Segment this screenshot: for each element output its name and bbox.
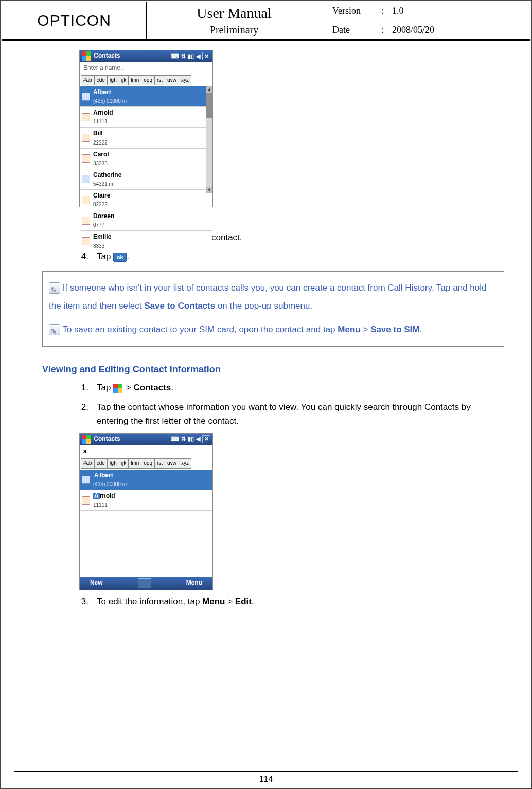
contact-name: Arnold bbox=[93, 109, 113, 116]
version-label: Version bbox=[332, 6, 374, 16]
page: OPTICON User Manual Preliminary Version … bbox=[0, 0, 532, 789]
contact-row[interactable]: Albert(425) 00000 m bbox=[80, 470, 212, 490]
date-value: 2008/05/20 bbox=[392, 25, 434, 35]
contact-name: Emilie bbox=[93, 233, 111, 240]
scroll-down-icon[interactable]: ▼ bbox=[206, 187, 212, 193]
keyboard-button-icon[interactable] bbox=[138, 578, 151, 588]
alpha-tab[interactable]: fgh bbox=[107, 458, 119, 469]
contact-row[interactable]: Emilie3333 bbox=[80, 231, 212, 252]
scrollbar[interactable]: ▲ ▼ bbox=[206, 86, 212, 193]
alpha-tab[interactable]: rst bbox=[154, 458, 165, 469]
version-value: 1.0 bbox=[392, 6, 404, 16]
contact-number: 22222 bbox=[93, 139, 108, 147]
sim-contact-icon bbox=[82, 196, 90, 204]
page-number: 114 bbox=[2, 775, 530, 784]
alpha-tab[interactable]: xyz bbox=[179, 458, 191, 469]
scroll-up-icon[interactable]: ▲ bbox=[206, 86, 212, 93]
search-input[interactable]: a bbox=[81, 446, 211, 457]
search-input[interactable]: Enter a name... bbox=[81, 63, 211, 74]
contact-number: 11111 bbox=[93, 118, 113, 126]
start-icon[interactable] bbox=[82, 51, 92, 61]
alpha-tab[interactable]: opq bbox=[141, 458, 154, 469]
alpha-tab[interactable]: fgh bbox=[107, 75, 119, 85]
alpha-tabs[interactable]: #abcdefghijklmnopqrstuvwxyz bbox=[81, 75, 211, 85]
phone-title: Contacts bbox=[94, 52, 120, 59]
sim-contact-icon bbox=[82, 496, 90, 505]
alpha-tab[interactable]: cde bbox=[94, 75, 107, 85]
alpha-tab[interactable]: lmn bbox=[128, 75, 141, 85]
contact-number: 3333 bbox=[93, 242, 111, 250]
new-button[interactable]: New bbox=[90, 578, 103, 588]
contact-card-icon bbox=[82, 93, 90, 101]
contact-row[interactable]: Arnold11111 bbox=[80, 490, 212, 511]
contact-number: (425) 00000 m bbox=[93, 97, 127, 105]
contact-row[interactable]: Claire02222 bbox=[80, 190, 212, 210]
alpha-tab[interactable]: ijk bbox=[119, 458, 128, 469]
screenshot-contacts-list: Contacts ⌨ ⇅ ▮▯ ◀ ✕ Enter a name... #abc… bbox=[79, 50, 213, 207]
contact-name: Arnold bbox=[93, 492, 115, 499]
screenshot-contacts-filtered: Contacts ⌨ ⇅ ▮▯ ◀ ✕ a #abcdefghijklmnopq… bbox=[79, 433, 213, 590]
contact-name: Albert bbox=[93, 472, 113, 479]
doc-meta: Version : 1.0 Date : 2008/05/20 bbox=[322, 2, 530, 39]
contact-name: Doreen bbox=[93, 212, 114, 220]
date-label: Date bbox=[332, 25, 374, 35]
tip-2: To save an existing contact to your SIM … bbox=[49, 320, 494, 339]
contact-list[interactable]: Albert(425) 00000 mArnold11111 bbox=[80, 470, 212, 577]
sync-icon[interactable]: ⇅ bbox=[181, 436, 186, 442]
contact-name: Albert bbox=[93, 88, 111, 96]
doc-subtitle: Preliminary bbox=[147, 23, 322, 37]
sim-contact-icon bbox=[82, 217, 90, 225]
volume-icon[interactable]: ◀ bbox=[196, 53, 200, 59]
keyboard-icon[interactable]: ⌨ bbox=[171, 436, 179, 442]
contact-number: 02222 bbox=[93, 201, 110, 209]
signal-icon: ▮▯ bbox=[188, 436, 194, 442]
start-icon[interactable] bbox=[113, 384, 123, 393]
contact-row[interactable]: Bill22222 bbox=[80, 128, 212, 148]
contact-name: Bill bbox=[93, 130, 103, 137]
alpha-tab[interactable]: xyz bbox=[179, 75, 191, 85]
section-heading: Viewing and Editing Contact Information bbox=[42, 362, 504, 377]
brand: OPTICON bbox=[2, 2, 147, 39]
note-icon bbox=[49, 324, 60, 335]
phone-titlebar: Contacts ⌨ ⇅ ▮▯ ◀ ✕ bbox=[80, 50, 212, 62]
contact-row[interactable]: Carol33333 bbox=[80, 149, 212, 169]
ok-button-icon[interactable]: ok bbox=[113, 253, 127, 262]
footer-rule bbox=[14, 771, 518, 772]
contact-row[interactable]: Arnold11111 bbox=[80, 107, 212, 128]
sync-icon[interactable]: ⇅ bbox=[181, 53, 186, 59]
alpha-tab[interactable]: opq bbox=[141, 75, 154, 85]
doc-title: User Manual bbox=[147, 4, 322, 23]
contact-name: Claire bbox=[93, 192, 110, 199]
search-placeholder: Enter a name... bbox=[83, 63, 126, 73]
volume-icon[interactable]: ◀ bbox=[196, 436, 200, 442]
alpha-tab[interactable]: ijk bbox=[119, 75, 128, 85]
start-icon[interactable] bbox=[82, 435, 92, 444]
close-icon[interactable]: ✕ bbox=[202, 435, 210, 443]
sim-contact-icon bbox=[82, 113, 90, 121]
alpha-tab[interactable]: lmn bbox=[128, 458, 141, 469]
contact-row[interactable]: Albert(425) 00000 m bbox=[80, 86, 212, 107]
alpha-tab[interactable]: uvw bbox=[165, 458, 179, 469]
alpha-tabs[interactable]: #abcdefghijklmnopqrstuvwxyz bbox=[81, 458, 211, 469]
contact-number: 54321 m bbox=[93, 180, 121, 188]
status-icons: ⌨ ⇅ ▮▯ ◀ ✕ bbox=[171, 52, 210, 60]
steps-block-3: 3. To edit the information, tap Menu > E… bbox=[42, 595, 504, 608]
scroll-thumb[interactable] bbox=[206, 93, 212, 118]
alpha-tab[interactable]: #ab bbox=[81, 75, 94, 85]
contact-list[interactable]: Albert(425) 00000 mArnold11111Bill22222C… bbox=[80, 86, 212, 193]
alpha-tab[interactable]: #ab bbox=[81, 458, 94, 469]
contact-row[interactable]: Catherine54321 m bbox=[80, 169, 212, 190]
alpha-tab[interactable]: uvw bbox=[165, 75, 179, 85]
keyboard-icon[interactable]: ⌨ bbox=[171, 53, 179, 59]
signal-icon: ▮▯ bbox=[188, 53, 194, 59]
phone-title: Contacts bbox=[94, 435, 120, 442]
contact-row[interactable]: Doreen0777 bbox=[80, 210, 212, 231]
contact-card-icon bbox=[82, 476, 90, 484]
menu-button[interactable]: Menu bbox=[186, 578, 202, 588]
contact-card-icon bbox=[82, 175, 90, 183]
sim-contact-icon bbox=[82, 154, 90, 163]
alpha-tab[interactable]: cde bbox=[94, 458, 107, 469]
alpha-tab[interactable]: rst bbox=[154, 75, 165, 85]
steps-block-2: 1. Tap > Contacts. 2. Tap the contact wh… bbox=[42, 381, 504, 428]
close-icon[interactable]: ✕ bbox=[202, 52, 210, 60]
